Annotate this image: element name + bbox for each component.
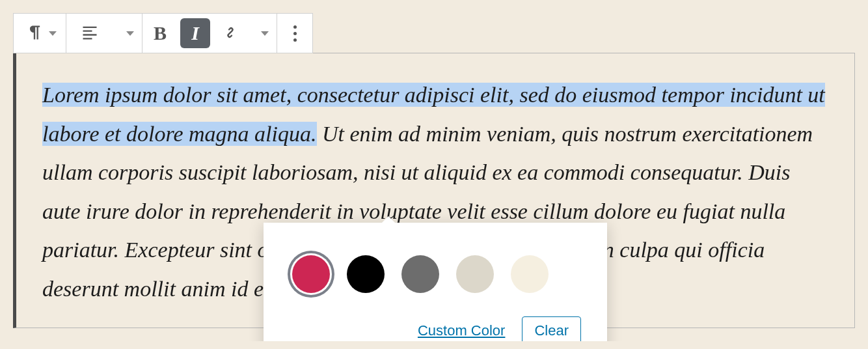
chevron-down-icon: [49, 31, 57, 36]
color-swatch-gray[interactable]: [401, 255, 439, 293]
color-popover-footer: Custom Color Clear: [290, 316, 581, 341]
link-icon: [221, 23, 239, 44]
chevron-down-icon: [261, 31, 269, 36]
more-options-button[interactable]: [277, 14, 312, 53]
block-toolbar: B I: [13, 13, 855, 53]
pilcrow-icon: [25, 23, 44, 44]
clear-color-button[interactable]: Clear: [522, 316, 581, 341]
bold-button[interactable]: B: [142, 14, 178, 53]
color-swatch-black[interactable]: [347, 255, 385, 293]
color-popover: Custom Color Clear: [264, 223, 607, 341]
italic-button[interactable]: I: [178, 14, 213, 53]
kebab-icon: [293, 25, 297, 42]
paragraph-block: B I Lorem ipsu: [13, 13, 855, 328]
color-swatch-sand[interactable]: [456, 255, 494, 293]
toolbar-group-more: [277, 13, 313, 53]
bold-icon: B: [154, 22, 167, 44]
color-swatch-rose[interactable]: [292, 255, 330, 293]
align-dropdown-button[interactable]: [113, 14, 142, 53]
toolbar-group-align: [66, 13, 142, 53]
paragraph-content[interactable]: Lorem ipsum dolor sit amet, consectetur …: [13, 53, 855, 328]
chevron-down-icon: [126, 31, 134, 36]
color-swatch-cream[interactable]: [511, 255, 549, 293]
align-left-icon: [81, 23, 99, 44]
color-swatch-row: [290, 255, 581, 293]
toolbar-group-block-type: [13, 13, 66, 53]
toolbar-group-format: B I: [142, 13, 277, 53]
italic-icon: I: [191, 22, 199, 44]
more-format-dropdown-button[interactable]: [248, 14, 277, 53]
align-button[interactable]: [66, 14, 113, 53]
link-button[interactable]: [213, 14, 248, 53]
block-type-button[interactable]: [14, 14, 66, 53]
custom-color-link[interactable]: Custom Color: [418, 322, 505, 339]
